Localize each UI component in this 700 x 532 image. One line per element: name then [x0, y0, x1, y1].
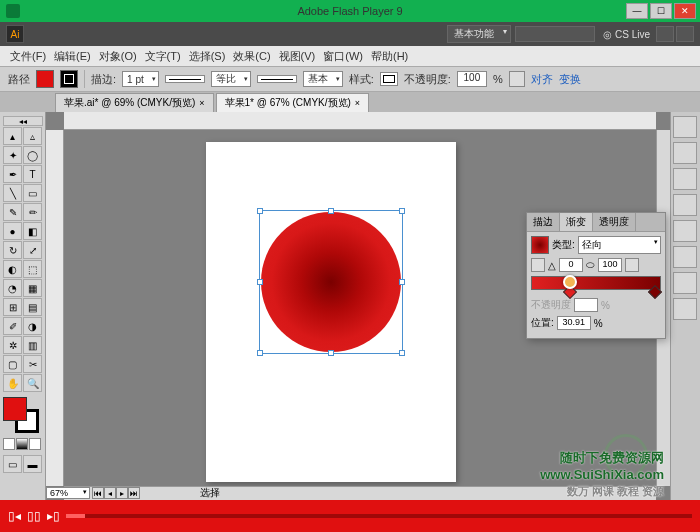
symbol-sprayer-tool[interactable]: ✲ [3, 336, 22, 354]
stop-opacity-input[interactable] [574, 298, 598, 312]
rectangle-tool[interactable]: ▭ [23, 184, 42, 202]
toolbox-collapse[interactable]: ◂◂ [3, 116, 43, 126]
workspace-dropdown[interactable]: 基本功能 [447, 25, 511, 43]
color-mode-solid[interactable] [3, 438, 15, 450]
menu-edit[interactable]: 编辑(E) [50, 49, 95, 64]
zoom-tool[interactable]: 🔍 [23, 374, 42, 392]
artboard-prev[interactable]: ◂ [104, 487, 116, 499]
stroke-swatch[interactable] [60, 70, 78, 88]
artboard-tool[interactable]: ▢ [3, 355, 22, 373]
brush-definition[interactable] [257, 75, 297, 83]
artboard[interactable] [206, 142, 456, 482]
fill-color[interactable] [3, 397, 27, 421]
type-tool[interactable]: T [23, 165, 42, 183]
player-pause[interactable]: ▯▯ [27, 509, 41, 523]
menu-object[interactable]: 对象(O) [95, 49, 141, 64]
gradient-type-dropdown[interactable]: 径向 [578, 236, 661, 254]
maximize-button[interactable]: ☐ [650, 3, 672, 19]
dock-appearance-panel[interactable] [673, 246, 697, 268]
menu-effect[interactable]: 效果(C) [229, 49, 274, 64]
opacity-field[interactable]: 100 [457, 71, 487, 87]
tab-close-0[interactable]: × [199, 98, 204, 108]
free-transform-tool[interactable]: ⬚ [23, 260, 42, 278]
aspect-input[interactable]: 100 [598, 258, 622, 272]
slice-tool[interactable]: ✂ [23, 355, 42, 373]
magic-wand-tool[interactable]: ✦ [3, 146, 22, 164]
dock-color-panel[interactable] [673, 116, 697, 138]
stroke-weight-dropdown[interactable]: 1 pt [122, 71, 159, 87]
width-tool[interactable]: ◐ [3, 260, 22, 278]
uniform-dropdown[interactable]: 等比 [211, 71, 251, 87]
perspective-tool[interactable]: ▦ [23, 279, 42, 297]
screen-mode-normal[interactable]: ▭ [3, 455, 22, 473]
line-tool[interactable]: ╲ [3, 184, 22, 202]
style-box[interactable] [380, 72, 398, 86]
gradient-slider[interactable] [531, 276, 661, 290]
selection-tool[interactable]: ▴ [3, 127, 22, 145]
fill-swatch[interactable] [36, 70, 54, 88]
screen-mode-full[interactable]: ▬ [23, 455, 42, 473]
menu-help[interactable]: 帮助(H) [367, 49, 412, 64]
minimize-button[interactable]: — [626, 3, 648, 19]
gradient-panel[interactable]: 描边 渐变 透明度 类型: 径向 △ 0 ⬭ 100 不透明度 % 位置: [526, 212, 666, 339]
dock-swatches-panel[interactable] [673, 142, 697, 164]
dock-transparency-panel[interactable] [673, 220, 697, 242]
gp-tab-stroke[interactable]: 描边 [527, 213, 560, 231]
dock-symbols-panel[interactable] [673, 298, 697, 320]
dock-layers-panel[interactable] [673, 272, 697, 294]
toolbar-btn-1[interactable] [656, 26, 674, 42]
player-progress[interactable] [66, 514, 692, 518]
menu-view[interactable]: 视图(V) [275, 49, 320, 64]
basic-dropdown[interactable]: 基本 [303, 71, 343, 87]
gradient-preview-swatch[interactable] [531, 236, 549, 254]
handle-bl[interactable] [257, 350, 263, 356]
color-mode-gradient[interactable] [16, 438, 28, 450]
angle-input[interactable]: 0 [559, 258, 583, 272]
stroke-profile[interactable] [165, 75, 205, 83]
tab-close-1[interactable]: × [355, 98, 360, 108]
menu-file[interactable]: 文件(F) [6, 49, 50, 64]
document-tab-0[interactable]: 苹果.ai* @ 69% (CMYK/预览) × [55, 93, 214, 112]
dock-stroke-panel[interactable] [673, 168, 697, 190]
menu-window[interactable]: 窗口(W) [319, 49, 367, 64]
handle-tm[interactable] [328, 208, 334, 214]
eraser-tool[interactable]: ◧ [23, 222, 42, 240]
close-button[interactable]: ✕ [674, 3, 696, 19]
mesh-tool[interactable]: ⊞ [3, 298, 22, 316]
paintbrush-tool[interactable]: ✎ [3, 203, 22, 221]
zoom-dropdown[interactable]: 67% [46, 487, 90, 499]
gp-tab-transparency[interactable]: 透明度 [593, 213, 636, 231]
lasso-tool[interactable]: ◯ [23, 146, 42, 164]
hand-tool[interactable]: ✋ [3, 374, 22, 392]
artboard-next[interactable]: ▸ [116, 487, 128, 499]
fill-stroke-control[interactable] [3, 397, 41, 435]
handle-ml[interactable] [257, 279, 263, 285]
blend-tool[interactable]: ◑ [23, 317, 42, 335]
cs-live-button[interactable]: ◎ CS Live [603, 29, 650, 40]
menu-select[interactable]: 选择(S) [185, 49, 230, 64]
shape-builder-tool[interactable]: ◔ [3, 279, 22, 297]
handle-mr[interactable] [399, 279, 405, 285]
gradient-stop-2[interactable] [648, 285, 662, 299]
pen-tool[interactable]: ✒ [3, 165, 22, 183]
document-tab-1[interactable]: 苹果1* @ 67% (CMYK/预览) × [216, 93, 370, 112]
recolor-button[interactable] [509, 71, 525, 87]
player-prev[interactable]: ▯◂ [8, 509, 21, 523]
handle-tr[interactable] [399, 208, 405, 214]
handle-bm[interactable] [328, 350, 334, 356]
gradient-tool[interactable]: ▤ [23, 298, 42, 316]
align-link[interactable]: 对齐 [531, 72, 553, 87]
search-input[interactable] [515, 26, 595, 42]
handle-br[interactable] [399, 350, 405, 356]
direct-selection-tool[interactable]: ▵ [23, 127, 42, 145]
pencil-tool[interactable]: ✏ [23, 203, 42, 221]
stop-position-input[interactable]: 30.91 [557, 316, 591, 330]
gp-tab-gradient[interactable]: 渐变 [560, 213, 593, 231]
ruler-vertical[interactable] [46, 130, 64, 486]
transform-link[interactable]: 变换 [559, 72, 581, 87]
dock-gradient-panel[interactable] [673, 194, 697, 216]
link-icon[interactable] [625, 258, 639, 272]
blob-brush-tool[interactable]: ● [3, 222, 22, 240]
graph-tool[interactable]: ▥ [23, 336, 42, 354]
artboard-first[interactable]: ⏮ [92, 487, 104, 499]
